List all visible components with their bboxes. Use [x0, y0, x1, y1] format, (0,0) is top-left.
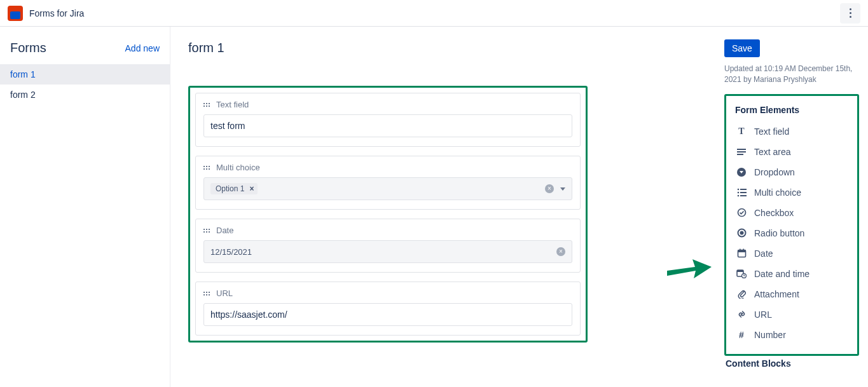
element-label: Date and time [754, 269, 809, 279]
element-text-area[interactable]: Text area [735, 142, 848, 162]
chip-label: Option 1 [216, 184, 244, 193]
datetime-icon [736, 269, 747, 279]
svg-point-10 [740, 231, 743, 235]
sidebar: Forms Add new form 1 form 2 [0, 27, 170, 387]
sidebar-item-form-2[interactable]: form 2 [0, 85, 170, 105]
content-blocks-title: Content Blocks [724, 358, 859, 369]
date-input[interactable]: 12/15/2021 × [203, 240, 572, 263]
updated-text: Updated at 10:19 AM December 15th, 2021 … [724, 64, 859, 85]
field-label: Date [216, 226, 233, 235]
attachment-icon [736, 289, 747, 299]
clear-icon[interactable]: × [556, 247, 565, 256]
checkbox-icon [736, 208, 747, 218]
topbar: Forms for Jira [0, 0, 868, 27]
element-url[interactable]: URL [735, 304, 848, 325]
dropdown-icon [736, 167, 747, 177]
svg-rect-14 [743, 249, 744, 251]
element-label: Date [754, 248, 773, 259]
field-multi-choice[interactable]: Multi choice Option 1 × × [195, 156, 581, 210]
drag-handle-icon[interactable] [203, 164, 211, 172]
chip-option-1: Option 1 × [210, 183, 258, 194]
element-label: Attachment [754, 289, 799, 299]
date-value: 12/15/2021 [210, 247, 252, 257]
element-label: Radio button [754, 228, 804, 238]
field-label: Text field [216, 100, 249, 109]
editor-main: form 1 Text field Multi choice Option [170, 27, 715, 387]
text-field-input[interactable] [203, 114, 572, 137]
svg-rect-5 [740, 192, 747, 193]
element-label: Number [754, 330, 786, 340]
sidebar-title: Forms [10, 41, 46, 55]
field-url[interactable]: URL [195, 282, 581, 336]
url-input[interactable] [203, 303, 572, 326]
field-label: URL [216, 289, 233, 298]
svg-rect-3 [740, 189, 747, 190]
app-title: Forms for Jira [29, 8, 84, 18]
multi-choice-input[interactable]: Option 1 × × [203, 177, 572, 200]
form-elements-title: Form Elements [735, 105, 848, 115]
text-icon: T [736, 126, 747, 137]
more-vertical-icon [850, 8, 851, 18]
element-multi-choice[interactable]: Multi choice [735, 182, 848, 203]
field-date[interactable]: Date 12/15/2021 × [195, 219, 581, 273]
svg-point-2 [737, 188, 739, 190]
element-text-field[interactable]: T Text field [735, 121, 848, 142]
clear-icon[interactable]: × [545, 184, 554, 193]
app-icon [8, 6, 23, 21]
svg-point-6 [737, 194, 739, 196]
element-radio-button[interactable]: Radio button [735, 223, 848, 243]
sidebar-item-form-1[interactable]: form 1 [0, 64, 170, 85]
multichoice-icon [736, 187, 747, 198]
radio-icon [736, 228, 747, 238]
drag-handle-icon[interactable] [203, 227, 211, 234]
svg-point-4 [737, 191, 739, 193]
svg-rect-7 [740, 195, 747, 196]
save-button[interactable]: Save [724, 39, 760, 57]
form-elements-panel: Form Elements T Text field Text area [724, 94, 859, 356]
canvas-highlight: Text field Multi choice Option 1 × × [188, 86, 588, 343]
field-label: Multi choice [216, 163, 260, 172]
element-label: Checkbox [754, 208, 794, 218]
element-date-and-time[interactable]: Date and time [735, 264, 848, 284]
more-menu-button[interactable] [840, 3, 860, 24]
add-new-button[interactable]: Add new [125, 43, 160, 53]
svg-rect-12 [738, 250, 745, 253]
element-date[interactable]: Date [735, 243, 848, 264]
element-dropdown[interactable]: Dropdown [735, 162, 848, 182]
element-label: Text area [754, 147, 791, 157]
svg-rect-16 [737, 270, 743, 272]
svg-rect-13 [740, 249, 741, 251]
number-icon: # [736, 330, 747, 340]
element-label: URL [754, 309, 772, 320]
right-panel: Save Updated at 10:19 AM December 15th, … [715, 27, 868, 387]
form-title: form 1 [188, 41, 698, 55]
chip-remove-icon[interactable]: × [247, 184, 256, 193]
element-label: Multi choice [754, 187, 801, 198]
element-label: Dropdown [754, 167, 795, 177]
element-number[interactable]: # Number [735, 325, 848, 345]
field-text[interactable]: Text field [195, 93, 581, 147]
drag-handle-icon[interactable] [203, 101, 211, 109]
element-checkbox[interactable]: Checkbox [735, 203, 848, 223]
drag-handle-icon[interactable] [203, 290, 211, 297]
chevron-down-icon[interactable] [560, 187, 565, 191]
textarea-icon [736, 147, 747, 157]
element-label: Text field [754, 126, 789, 137]
date-icon [736, 248, 747, 259]
element-attachment[interactable]: Attachment [735, 284, 848, 304]
url-icon [736, 309, 747, 320]
